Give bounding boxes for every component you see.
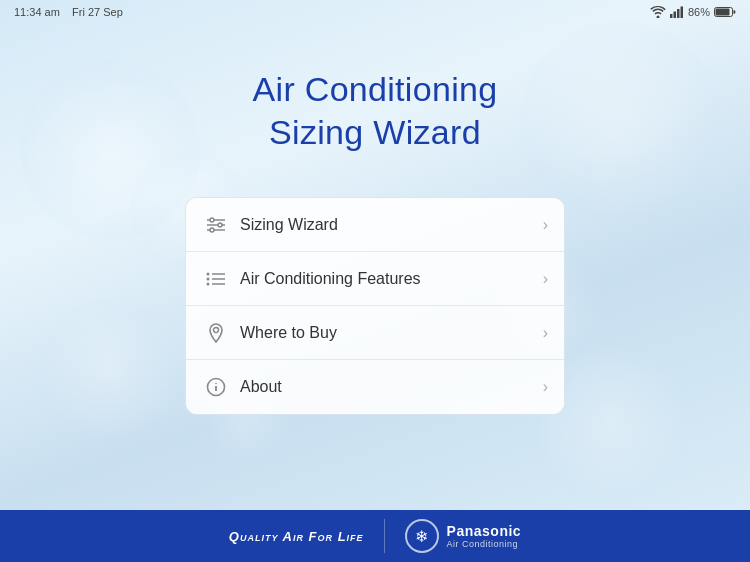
status-time-date: 11:34 am Fri 27 Sep	[14, 6, 123, 18]
menu-item-sizing-wizard[interactable]: Sizing Wizard ›	[186, 198, 564, 252]
svg-rect-2	[677, 9, 680, 18]
footer-quality-text: Quality Air For Life	[229, 529, 364, 544]
menu-item-about[interactable]: About ›	[186, 360, 564, 414]
svg-point-9	[210, 218, 214, 222]
menu-item-ac-features[interactable]: Air Conditioning Features ›	[186, 252, 564, 306]
sliders-icon	[202, 211, 230, 239]
svg-rect-3	[680, 7, 683, 19]
main-content: Air Conditioning Sizing Wizard Sizing Wi…	[0, 20, 750, 415]
menu-label-where-to-buy: Where to Buy	[240, 324, 543, 342]
chevron-icon-about: ›	[543, 378, 548, 396]
info-icon	[202, 373, 230, 401]
menu-label-about: About	[240, 378, 543, 396]
panasonic-subtitle: Air Conditioning	[447, 539, 522, 549]
svg-rect-1	[673, 12, 676, 19]
status-icons: 86%	[650, 6, 736, 18]
svg-point-17	[207, 282, 210, 285]
svg-rect-5	[716, 9, 730, 16]
chevron-icon-sizing: ›	[543, 216, 548, 234]
app-title-line2: Sizing Wizard	[269, 113, 481, 151]
svg-point-10	[218, 223, 222, 227]
app-title-line1: Air Conditioning	[253, 70, 498, 108]
footer-panasonic: ❄ Panasonic Air Conditioning	[384, 519, 522, 553]
panasonic-brand: Panasonic	[447, 523, 522, 539]
battery-percent: 86%	[688, 6, 710, 18]
menu-list: Sizing Wizard › Air Conditioning Feature…	[185, 197, 565, 415]
svg-point-21	[215, 383, 217, 385]
panasonic-text-block: Panasonic Air Conditioning	[447, 523, 522, 549]
status-time: 11:34 am	[14, 6, 60, 18]
svg-point-11	[210, 228, 214, 232]
chevron-icon-where: ›	[543, 324, 548, 342]
panasonic-logo: ❄	[405, 519, 439, 553]
menu-label-ac-features: Air Conditioning Features	[240, 270, 543, 288]
app-title: Air Conditioning Sizing Wizard	[253, 68, 498, 153]
footer: Quality Air For Life ❄ Panasonic Air Con…	[0, 510, 750, 562]
svg-point-16	[207, 277, 210, 280]
snowflake-icon: ❄	[415, 527, 428, 546]
location-icon	[202, 319, 230, 347]
battery-icon	[714, 6, 736, 18]
chevron-icon-features: ›	[543, 270, 548, 288]
svg-point-18	[214, 327, 219, 332]
menu-label-sizing-wizard: Sizing Wizard	[240, 216, 543, 234]
svg-rect-0	[670, 14, 673, 18]
signal-icon	[670, 6, 684, 18]
status-bar: 11:34 am Fri 27 Sep 86%	[0, 0, 750, 20]
menu-item-where-to-buy[interactable]: Where to Buy ›	[186, 306, 564, 360]
svg-point-15	[207, 272, 210, 275]
list-icon	[202, 265, 230, 293]
wifi-icon	[650, 6, 666, 18]
status-date: Fri 27 Sep	[72, 6, 123, 18]
